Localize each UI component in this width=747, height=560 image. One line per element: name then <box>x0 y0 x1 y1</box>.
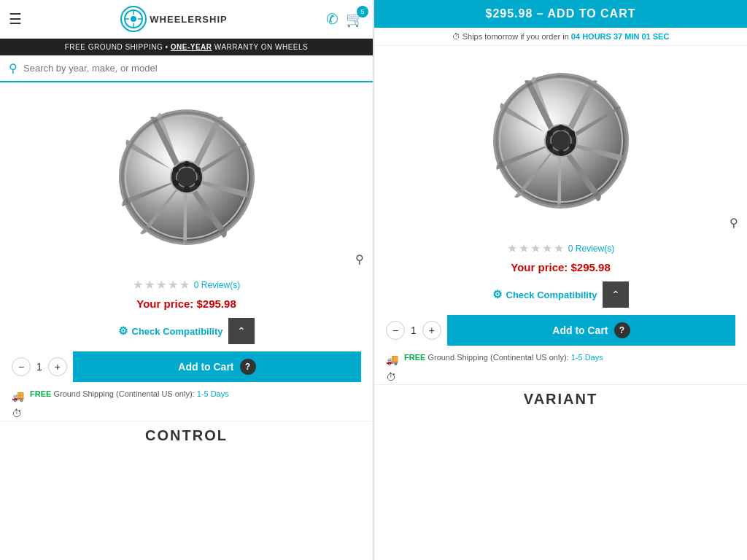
control-stars: ★ ★ ★ ★ ★ <box>133 278 190 292</box>
variant-label: VARIANT <box>374 384 747 413</box>
variant-cart-row: − 1 + Add to Cart ? <box>374 312 747 349</box>
control-review-link[interactable]: 0 Review(s) <box>194 280 240 290</box>
control-shipping-days: 1-5 Days <box>197 389 229 398</box>
control-check-compat-button[interactable]: ⚙ Check Compatibility <box>118 324 223 338</box>
control-add-to-cart-button[interactable]: Add to Cart ? <box>73 351 361 382</box>
variant-compat-label: Check Compatibility <box>506 289 597 300</box>
control-price-label: Your price: <box>136 298 196 310</box>
variant-wheel-image: ⚲ <box>374 46 747 236</box>
variant-star-3: ★ <box>530 241 541 255</box>
shipping-banner: FREE GROUND SHIPPING • ONE-YEAR WARRANTY… <box>0 39 373 55</box>
control-panel: ☰ WHEELERSHIP ✆ 🛒 <box>0 0 374 560</box>
svg-point-24 <box>569 131 575 136</box>
variant-stars: ★ ★ ★ ★ ★ <box>507 241 564 255</box>
cart-badge: 5 <box>357 6 368 18</box>
star-4: ★ <box>168 278 178 292</box>
banner-warranty: WARRANTY ON WHEELS <box>214 43 308 51</box>
control-qty-decrease-button[interactable]: − <box>12 357 31 376</box>
search-icon: ⚲ <box>9 61 18 75</box>
control-add-to-cart-label: Add to Cart <box>178 361 233 373</box>
cart-icon-wrap[interactable]: 🛒 5 <box>346 10 364 28</box>
variant-zoom-icon[interactable]: ⚲ <box>729 216 738 230</box>
variant-chevron-up-button[interactable]: ⌃ <box>603 281 629 308</box>
variant-compat-row: ⚙ Check Compatibility ⌃ <box>374 277 747 312</box>
variant-shipping-free: FREE <box>404 353 425 362</box>
svg-point-11 <box>184 161 190 167</box>
variant-ships-text: Ships tomorrow if you order in <box>462 32 571 41</box>
banner-free: FREE <box>65 43 86 51</box>
variant-star-1: ★ <box>507 241 517 255</box>
control-review-row: ★ ★ ★ ★ ★ 0 Review(s) <box>0 272 373 295</box>
svg-point-25 <box>569 144 575 149</box>
phone-icon[interactable]: ✆ <box>326 10 338 28</box>
variant-star-2: ★ <box>519 241 529 255</box>
control-shipping-free: FREE <box>30 389 51 398</box>
control-help-icon[interactable]: ? <box>240 359 256 375</box>
banner-underline: ONE-YEAR <box>171 43 212 51</box>
variant-shipping-info: 🚚 FREE Ground Shipping (Continental US o… <box>374 349 747 370</box>
svg-point-26 <box>558 149 564 155</box>
svg-point-12 <box>195 167 201 173</box>
control-search-bar: ⚲ <box>0 55 373 82</box>
banner-main: GROUND SHIPPING • <box>88 43 171 51</box>
variant-star-5: ★ <box>554 241 564 255</box>
header-icons: ✆ 🛒 5 <box>326 10 364 28</box>
variant-wheel-svg <box>488 68 634 214</box>
control-label: CONTROL <box>0 421 373 450</box>
svg-point-1 <box>131 16 136 22</box>
variant-top-bar[interactable]: $295.98 – ADD TO CART <box>374 0 747 28</box>
control-qty-increase-button[interactable]: + <box>48 357 67 376</box>
control-qty-control: − 1 + <box>12 357 67 376</box>
svg-point-27 <box>547 144 553 149</box>
control-wheel-image: ⚲ <box>0 82 373 272</box>
control-header: ☰ WHEELERSHIP ✆ 🛒 <box>0 0 373 39</box>
svg-point-13 <box>195 180 201 186</box>
main-container: ☰ WHEELERSHIP ✆ 🛒 <box>0 0 747 560</box>
svg-point-16 <box>173 167 179 173</box>
svg-point-22 <box>551 131 571 151</box>
control-gear-icon: ⚙ <box>118 324 128 338</box>
variant-review-row: ★ ★ ★ ★ ★ 0 Review(s) <box>374 236 747 258</box>
control-truck-icon: 🚚 <box>12 390 24 402</box>
star-5: ★ <box>179 278 190 292</box>
svg-point-14 <box>184 186 190 192</box>
variant-timer: 04 HOURS 37 MIN 01 SEC <box>571 32 670 41</box>
control-cart-row: − 1 + Add to Cart ? <box>0 349 373 385</box>
control-price-row: Your price: $295.98 <box>0 295 373 314</box>
svg-point-28 <box>547 131 553 136</box>
variant-panel: $295.98 – ADD TO CART ⏱ Ships tomorrow i… <box>374 0 747 560</box>
variant-price-row: Your price: $295.98 <box>374 258 747 277</box>
variant-add-to-cart-label: Add to Cart <box>552 324 608 336</box>
variant-check-compat-button[interactable]: ⚙ Check Compatibility <box>492 288 597 301</box>
control-shipping-text: FREE Ground Shipping (Continental US onl… <box>30 389 229 398</box>
hamburger-icon[interactable]: ☰ <box>9 10 22 28</box>
variant-shipping-main: Ground Shipping (Continental US only): <box>427 353 570 362</box>
control-chevron-up-button[interactable]: ⌃ <box>228 318 255 344</box>
svg-point-15 <box>173 180 179 186</box>
variant-qty-decrease-button[interactable]: − <box>386 321 405 340</box>
wheel-svg <box>114 104 260 250</box>
control-compat-row: ⚙ Check Compatibility ⌃ <box>0 314 373 349</box>
variant-qty-increase-button[interactable]: + <box>422 321 441 340</box>
svg-point-23 <box>558 125 564 131</box>
variant-price-value: $295.98 <box>571 261 611 273</box>
variant-clock-small-icon: ⏱ <box>374 370 747 384</box>
control-price-value: $295.98 <box>197 298 236 310</box>
variant-add-to-cart-button[interactable]: Add to Cart ? <box>447 315 735 346</box>
zoom-icon[interactable]: ⚲ <box>355 252 364 266</box>
search-input[interactable] <box>23 63 364 74</box>
control-shipping-main: Ground Shipping (Continental US only): <box>53 389 196 398</box>
variant-top-bar-text: $295.98 – ADD TO CART <box>486 7 636 20</box>
control-qty-value: 1 <box>36 361 42 373</box>
variant-review-link[interactable]: 0 Review(s) <box>568 244 614 254</box>
variant-shipping-days: 1-5 Days <box>571 353 603 362</box>
control-compat-label: Check Compatibility <box>132 326 223 337</box>
control-clock-icon: ⏱ <box>0 406 373 421</box>
variant-qty-control: − 1 + <box>386 321 441 340</box>
logo-text: WHEELERSHIP <box>150 14 227 25</box>
svg-point-10 <box>177 167 197 187</box>
variant-star-4: ★ <box>542 241 552 255</box>
variant-shipping-text: FREE Ground Shipping (Continental US onl… <box>404 353 603 362</box>
variant-help-icon[interactable]: ? <box>614 322 630 338</box>
variant-truck-icon: 🚚 <box>386 354 398 365</box>
